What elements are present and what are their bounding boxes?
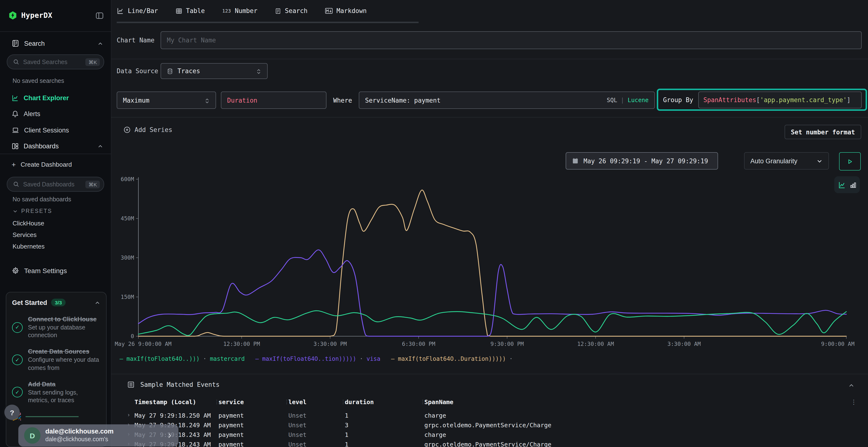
table-cell: Unset [288,431,306,438]
get-started-item-subtitle: Set up your database connection [28,324,100,339]
table-icon [175,7,182,14]
divider [111,59,868,59]
shortcut-badge: ⌘K [86,58,100,66]
lucene-toggle[interactable]: Lucene [628,97,649,104]
aggregation-select[interactable]: Maximum [117,92,216,109]
where-input[interactable]: ServiceName: payment SQL | Lucene [359,92,655,109]
chevron-up-icon[interactable] [97,142,103,149]
data-source-select[interactable]: Traces [161,63,268,79]
sidebar-item-dashboards[interactable]: Dashboards [0,139,111,153]
table-row[interactable]: ›May 27 9:29:18.250 AMpaymentUnset1charg… [111,411,868,420]
tab-label: Search [285,7,308,14]
table-cell: grpc.oteldemo.PaymentService/Charge [424,441,551,447]
get-started-item[interactable]: ✓Add DataStart sending logs, metrics, or… [12,381,100,404]
get-started-item-subtitle: Start sending logs, metrics, or traces [28,388,100,404]
chart-line-icon [11,94,19,101]
get-started-item[interactable]: ✓Connect to ClickHouseSet up your databa… [12,315,100,339]
bracket-open: [ [756,96,760,103]
tab-table[interactable]: Table [175,0,222,22]
legend-group: mastercard [210,355,245,362]
user-menu[interactable]: D dale@clickhouse.com dale@clickhouse.co… [18,424,179,447]
column-resize-handle[interactable]: ⋮ [420,399,425,405]
saved-searches-input[interactable]: Saved Searches ⌘K [7,55,104,69]
field-input[interactable]: Duration [221,92,327,109]
svg-text:6:30:00 PM: 6:30:00 PM [402,341,435,347]
check-circle-icon: ✓ [12,322,23,333]
sidebar-item-search[interactable]: Search [0,36,111,51]
set-number-format-button[interactable]: Set number format [784,125,861,139]
granularity-select[interactable]: Auto Granularity [744,152,829,170]
collapse-sidebar-button[interactable] [95,11,104,20]
column-header-timestamp-local-[interactable]: Timestamp (Local) [134,398,196,406]
legend-expr[interactable]: maxIf(toFloat64O..tion))))) [262,355,356,362]
column-resize-handle[interactable]: ⋮ [340,399,346,405]
group-by-label: Group By [663,96,693,103]
chevron-updown-icon [256,67,261,75]
chevron-up-icon[interactable] [848,381,855,390]
search-section: Search Saved Searches ⌘K No saved search… [0,31,111,154]
preset-clickhouse[interactable]: ClickHouse [12,220,44,227]
add-series-button[interactable]: Add Series [123,126,173,133]
no-saved-searches-text: No saved searches [12,77,64,84]
svg-text:450M: 450M [121,215,134,221]
get-started-item-title: Add Data [28,381,100,389]
chevron-up-icon[interactable] [97,40,103,47]
chart-name-input[interactable]: My Chart Name [161,31,862,49]
bracket-close: ] [847,96,850,103]
search-icon [13,181,19,187]
get-started-item[interactable]: ✓Create Data SourcesConfigure where your… [12,348,100,372]
sidebar-item-chart-explorer[interactable]: Chart Explorer [0,91,111,105]
dashboards-icon [11,142,19,149]
table-row[interactable]: ›May 27 9:29:18.243 AMpaymentUnset1grpc.… [111,440,868,447]
saved-dashboards-input[interactable]: Saved Dashboards ⌘K [7,177,104,192]
table-row[interactable]: ›May 27 9:29:18.249 AMpaymentUnset3grpc.… [111,420,868,430]
chart-line-icon [117,7,124,14]
where-value: ServiceName: payment [365,97,440,104]
brand-name: HyperDX [21,11,52,20]
tab-underline-track [117,22,418,23]
table-cell: payment [218,421,244,429]
help-button[interactable]: ? [4,405,20,420]
doc-lines-icon [275,7,281,14]
table-cell: grpc.oteldemo.PaymentService/Charge [424,421,551,429]
data-source-label: Data Source [117,63,158,79]
column-header-duration[interactable]: duration [345,398,374,406]
preset-kubernetes[interactable]: Kubernetes [12,243,44,250]
chart-explorer-main: Line/BarTable123NumberSearchMarkdown Cha… [111,0,868,447]
column-resize-handle[interactable]: ⋮ [214,399,219,405]
dashboards-label: Dashboards [24,142,59,149]
expand-row-icon[interactable]: › [128,412,129,418]
tab-markdown[interactable]: Markdown [325,0,384,22]
hyperdx-logo-icon [9,11,17,20]
table-cell: 1 [345,431,348,438]
get-started-item-text: Create Data SourcesConfigure where your … [28,348,100,372]
legend-expr[interactable]: maxIf(toFloat64O..))) [126,355,199,362]
run-query-button[interactable] [839,152,861,171]
sidebar-item-label: Alerts [24,110,40,117]
table-cell: payment [218,431,244,438]
question-mark-icon: ? [10,408,14,416]
column-header-level[interactable]: level [288,398,306,406]
get-started-progress-badge: 3/3 [51,299,66,306]
presets-toggle[interactable]: PRESETS [12,208,52,214]
kebab-menu-icon[interactable]: ⋮ [850,398,857,406]
sidebar-item-alerts[interactable]: Alerts [0,107,111,121]
chevron-up-icon[interactable] [94,298,100,307]
legend-expr[interactable]: maxIf(toFloat64O..Duration))))) [398,355,506,362]
column-header-spanname[interactable]: SpanName [424,398,453,406]
tab-number[interactable]: 123Number [222,0,275,22]
timeseries-chart[interactable]: 0150M300M450M600MMay 26 9:00:00 AM12:30:… [111,173,868,354]
time-range-input[interactable]: May 26 09:29:19 - May 27 09:29:19 [566,152,718,170]
chevron-right-icon [166,431,173,440]
sidebar-item-client-sessions[interactable]: Client Sessions [0,123,111,137]
sql-toggle[interactable]: SQL [607,97,617,104]
column-header-service[interactable]: service [218,398,244,406]
preset-services[interactable]: Services [12,231,37,238]
sidebar-item-team-settings[interactable]: Team Settings [0,264,111,278]
tab-line-bar[interactable]: Line/Bar [117,0,175,22]
tab-search[interactable]: Search [275,0,325,22]
table-row[interactable]: ›May 27 9:29:18.243 AMpaymentUnset1charg… [111,430,868,440]
column-resize-handle[interactable]: ⋮ [284,399,289,405]
group-by-input[interactable]: SpanAttributes['app.payment.card_type'] [698,91,862,108]
create-dashboard-button[interactable]: + Create Dashboard [11,158,72,171]
